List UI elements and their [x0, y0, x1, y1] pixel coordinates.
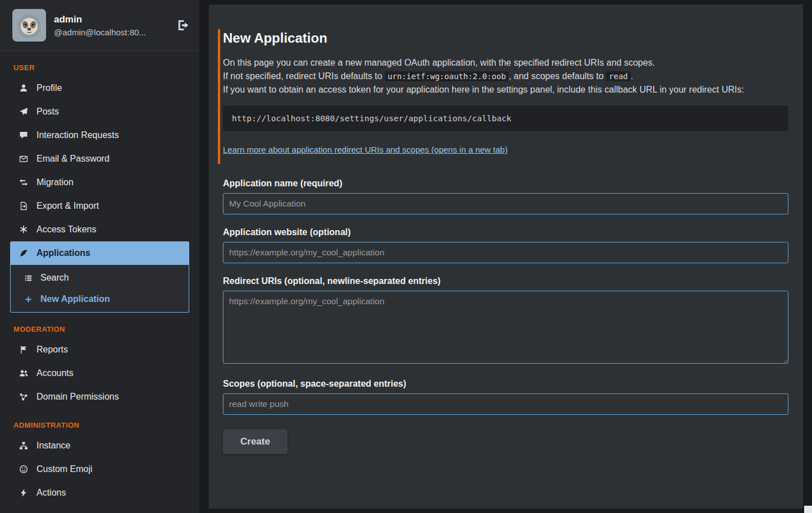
sidebar-item-domain-permissions[interactable]: Domain Permissions: [10, 385, 189, 409]
callback-url-codeblock: http://localhost:8080/settings/user/appl…: [223, 106, 788, 131]
sidebar-item-applications[interactable]: Applications: [10, 241, 189, 265]
sidebar-item-label: Instance: [37, 441, 70, 451]
user-name: admin: [54, 14, 146, 25]
sidebar-item-label: Posts: [37, 107, 59, 117]
envelope-icon: [18, 154, 29, 163]
page-title: New Application: [223, 30, 788, 46]
sidebar-item-export-import[interactable]: Export & Import: [10, 194, 189, 218]
nav-moderation: Reports Accounts Domain Permissions: [10, 338, 189, 409]
settings-sidebar: admin @admin@localhost:80... USER Profil…: [0, 0, 199, 513]
sidebar-item-email-password[interactable]: Email & Password: [10, 147, 189, 171]
application-website-field: Application website (optional): [223, 227, 788, 263]
scrollbar-corner: [804, 506, 812, 513]
quill-icon: [18, 249, 29, 258]
new-application-form: Application name (required) Application …: [223, 178, 788, 454]
exchange-arrows-icon: [18, 178, 29, 187]
sidebar-item-label: Migration: [37, 177, 74, 187]
application-name-input[interactable]: [223, 193, 788, 214]
sidebar-item-label: Reports: [37, 345, 68, 355]
redirect-uris-label: Redirect URIs (optional, newline-separat…: [223, 276, 788, 286]
sidebar-item-interaction-requests[interactable]: Interaction Requests: [10, 123, 189, 147]
sidebar-item-label: Interaction Requests: [37, 130, 119, 140]
sidebar-item-label: Profile: [37, 83, 62, 93]
sign-out-icon: [177, 19, 189, 31]
submenu-item-search[interactable]: Search: [11, 267, 189, 288]
sidebar-item-actions[interactable]: Actions: [10, 481, 189, 505]
intro-line-1: On this page you can create a new manage…: [223, 56, 788, 70]
user-icon: [18, 84, 29, 93]
avatar: [12, 9, 46, 42]
certificate-icon: [18, 225, 29, 234]
application-website-input[interactable]: [223, 242, 788, 263]
list-icon: [23, 274, 33, 282]
flag-icon: [18, 345, 29, 354]
sidebar-item-migration[interactable]: Migration: [10, 171, 189, 194]
application-name-label: Application name (required): [223, 178, 788, 189]
submenu-item-label: Search: [40, 273, 69, 283]
sidebar-item-label: Export & Import: [37, 201, 99, 211]
bolt-icon: [18, 488, 29, 497]
paper-plane-icon: [18, 107, 29, 116]
sidebar-item-accounts[interactable]: Accounts: [10, 361, 189, 385]
sidebar-item-custom-emoji[interactable]: Custom Emoji: [10, 457, 189, 481]
redirect-uris-textarea[interactable]: [223, 291, 788, 364]
nav-administration: Instance Custom Emoji Actions: [10, 434, 189, 505]
intro-line-2: If not specified, redirect URIs defaults…: [223, 70, 788, 83]
scopes-label: Scopes (optional, space-separated entrie…: [223, 379, 788, 389]
application-name-field: Application name (required): [223, 178, 788, 214]
sidebar-item-label: Actions: [37, 488, 66, 498]
file-export-icon: [18, 201, 29, 210]
section-title-moderation: MODERATION: [13, 325, 186, 333]
sitemap-icon: [18, 441, 29, 450]
create-button[interactable]: Create: [223, 429, 288, 454]
learn-more-link[interactable]: Learn more about application redirect UR…: [223, 145, 508, 154]
sidebar-item-reports[interactable]: Reports: [10, 338, 189, 361]
sidebar-item-label: Access Tokens: [37, 225, 96, 235]
sidebar-item-instance[interactable]: Instance: [10, 434, 189, 457]
users-icon: [18, 369, 29, 378]
user-card: admin @admin@localhost:80...: [0, 0, 199, 51]
redirect-uris-field: Redirect URIs (optional, newline-separat…: [223, 276, 788, 366]
sidebar-item-access-tokens[interactable]: Access Tokens: [10, 218, 189, 241]
sidebar-item-posts[interactable]: Posts: [10, 100, 189, 123]
plus-icon: [23, 295, 33, 304]
sidebar-item-label: Custom Emoji: [37, 464, 93, 474]
submenu-item-new-application[interactable]: New Application: [11, 288, 189, 310]
section-title-user: USER: [13, 63, 186, 72]
scopes-field: Scopes (optional, space-separated entrie…: [223, 379, 788, 415]
smiley-icon: [18, 465, 29, 474]
logout-button[interactable]: [177, 19, 189, 31]
sidebar-item-label: Accounts: [37, 368, 74, 378]
sidebar-item-label: Email & Password: [37, 154, 110, 164]
comment-icon: [18, 131, 29, 140]
user-handle: @admin@localhost:80...: [54, 28, 146, 37]
new-application-panel: New Application On this page you can cre…: [209, 4, 803, 509]
read-code: read: [606, 71, 631, 81]
intro-section: New Application On this page you can cre…: [218, 29, 788, 164]
network-nodes-icon: [18, 392, 29, 401]
section-title-administration: ADMINISTRATION: [13, 421, 186, 429]
oob-code: urn:ietf:wg:oauth:2.0:oob: [385, 71, 509, 81]
main-area: New Application On this page you can cre…: [199, 0, 812, 513]
scopes-input[interactable]: [223, 393, 788, 415]
submenu-item-label: New Application: [40, 294, 110, 304]
applications-submenu: Search New Application: [10, 265, 189, 313]
sidebar-item-label: Domain Permissions: [37, 392, 119, 402]
user-info: admin @admin@localhost:80...: [54, 14, 146, 37]
nav-user: Profile Posts Interaction Requests Email…: [10, 76, 189, 313]
application-website-label: Application website (optional): [223, 227, 788, 237]
sidebar-item-label: Applications: [37, 248, 90, 258]
intro-line-3: If you want to obtain an access token fo…: [223, 83, 788, 97]
sidebar-item-profile[interactable]: Profile: [10, 76, 189, 100]
